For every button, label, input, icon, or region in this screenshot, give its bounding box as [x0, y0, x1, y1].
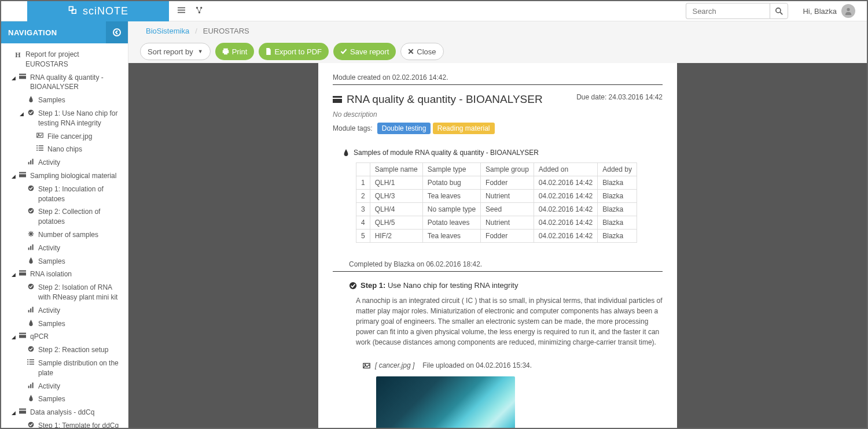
search-button[interactable] — [770, 3, 788, 19]
nav-item[interactable]: ◢qPCR — [1, 330, 128, 343]
svg-rect-56 — [19, 410, 26, 413]
menu-icon[interactable] — [178, 6, 185, 16]
svg-rect-18 — [39, 146, 43, 147]
logo[interactable]: sciNOTE — [27, 1, 169, 21]
credit-icon — [333, 95, 342, 103]
graph-icon[interactable] — [196, 6, 203, 16]
caret-icon: ◢ — [12, 173, 16, 180]
logo-icon — [68, 5, 79, 17]
svg-point-16 — [38, 134, 39, 135]
file-icon — [266, 48, 271, 55]
table-row: 4QLH/5Potato leavesNutrient04.02.2016 14… — [356, 216, 637, 230]
nav-title: NAVIGATION — [8, 28, 57, 37]
nav-item[interactable]: ◢RNA quality & quantity - BIOANALYSER — [1, 71, 128, 94]
svg-rect-12 — [19, 73, 26, 75]
circle-icon — [27, 109, 35, 116]
svg-point-57 — [28, 422, 34, 428]
svg-rect-54 — [32, 382, 33, 388]
svg-rect-27 — [19, 174, 26, 177]
svg-rect-23 — [28, 162, 29, 164]
nav-item-label: Activity — [38, 306, 60, 316]
nav-item-label: RNA isolation — [30, 269, 72, 279]
breadcrumb-org[interactable]: BioSistemika — [146, 27, 189, 35]
svg-point-11 — [113, 29, 120, 36]
svg-point-8 — [776, 8, 781, 12]
list-icon — [27, 359, 35, 365]
credit-icon — [19, 73, 27, 79]
circle-icon — [27, 208, 35, 214]
nav-item[interactable]: ◢Data analysis - ddCq — [1, 406, 128, 419]
user-menu[interactable]: Hi, Blazka — [803, 4, 855, 18]
svg-line-9 — [780, 12, 782, 14]
tint-icon — [27, 96, 35, 102]
image-icon — [36, 132, 44, 138]
nav-item[interactable]: Activity — [1, 156, 128, 169]
caret-icon: ◢ — [12, 271, 16, 279]
list-icon — [36, 145, 44, 151]
nav-item-label: Step 2: Isolation of RNA with RNeasy pla… — [38, 283, 123, 302]
step-body: A nanochip is an integrated circuit ( IC… — [333, 295, 663, 347]
file-row: [ cancer.jpg ] File uploaded on 04.02.20… — [333, 361, 663, 369]
nav-item[interactable]: File cancer.jpg — [1, 130, 128, 143]
circle-icon — [27, 283, 35, 290]
svg-rect-52 — [28, 386, 29, 388]
report-page: Module created on 02.02.2016 14:42. Go t… — [318, 63, 677, 429]
save-button[interactable]: Save report — [333, 43, 396, 60]
close-icon — [408, 49, 414, 54]
credit-icon — [19, 270, 27, 276]
nav-item-label: Step 1: Inoculation of potatoes — [38, 184, 123, 204]
nav-item[interactable]: Samples — [1, 255, 128, 268]
svg-rect-72 — [363, 363, 370, 368]
svg-rect-35 — [30, 246, 31, 250]
nav-header: NAVIGATION — [1, 21, 128, 43]
file-uploaded: File uploaded on 04.02.2016 15:34. — [422, 361, 532, 369]
svg-rect-2 — [178, 8, 185, 9]
tint-icon — [27, 257, 35, 264]
table-header: Sample name — [370, 163, 422, 176]
nav-item[interactable]: Sample distribution on the plate — [1, 357, 128, 380]
nav-item[interactable]: Number of samples — [1, 228, 128, 242]
sort-button[interactable]: Sort report by▼ — [140, 43, 211, 60]
sidebar: NAVIGATION HReport for project EUROSTARS… — [1, 21, 128, 429]
svg-rect-46 — [27, 359, 28, 360]
nav-item-label: Samples — [38, 257, 65, 267]
image-icon — [363, 363, 370, 369]
nav-item[interactable]: Activity — [1, 304, 128, 317]
nav-item[interactable]: HReport for project EUROSTARS — [1, 48, 128, 71]
nav-item[interactable]: Step 2: Reaction setup — [1, 343, 128, 357]
svg-rect-64 — [223, 49, 228, 50]
print-button[interactable]: Print — [215, 43, 255, 60]
toolbar: Sort report by▼ Print Export to PDF Save… — [128, 40, 867, 63]
nav-item[interactable]: ◢RNA isolation — [1, 268, 128, 281]
caret-icon: ◢ — [12, 409, 16, 417]
nav-item[interactable]: Step 2: Collection of potatoes — [1, 205, 128, 228]
table-row: 2QLH/3Tea leavesNutrient04.02.2016 14:42… — [356, 190, 637, 203]
svg-rect-51 — [30, 364, 34, 365]
search-icon — [775, 8, 783, 15]
chevron-left-icon — [112, 28, 122, 37]
nav-collapse-button[interactable] — [106, 21, 128, 43]
nav-item[interactable]: Step 1: Template for ddCq analysis — [1, 419, 128, 429]
svg-point-71 — [350, 282, 356, 289]
svg-rect-53 — [30, 384, 31, 388]
nav-item[interactable]: Nano chips — [1, 143, 128, 156]
svg-rect-41 — [30, 308, 31, 312]
module-meta: Module created on 02.02.2016 14:42. Go t… — [333, 73, 663, 85]
nav-item[interactable]: Samples — [1, 393, 128, 406]
svg-rect-34 — [28, 247, 29, 250]
nav-item[interactable]: Activity — [1, 242, 128, 255]
svg-point-28 — [28, 185, 34, 191]
export-button[interactable]: Export to PDF — [259, 43, 329, 60]
nav-item[interactable]: ◢Sampling biological material — [1, 169, 128, 183]
svg-rect-26 — [19, 172, 26, 173]
search-input[interactable] — [686, 3, 770, 19]
nav-item[interactable]: ◢Step 1: Use Nano chip for testing RNA i… — [1, 107, 128, 130]
nav-item[interactable]: Step 2: Isolation of RNA with RNeasy pla… — [1, 281, 128, 304]
nav-item[interactable]: Activity — [1, 380, 128, 393]
close-button[interactable]: Close — [400, 43, 443, 60]
caret-icon: ◢ — [12, 334, 16, 341]
nav-item[interactable]: Samples — [1, 94, 128, 107]
nav-item[interactable]: Samples — [1, 317, 128, 331]
nav-item[interactable]: Step 1: Inoculation of potatoes — [1, 183, 128, 206]
svg-rect-13 — [19, 76, 26, 79]
